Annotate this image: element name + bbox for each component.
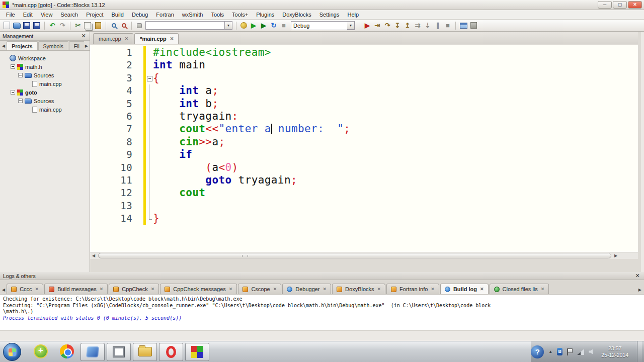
search-input[interactable]: [145, 21, 225, 30]
save-all-icon[interactable]: [32, 21, 41, 30]
code-line[interactable]: 6 tryagain:: [90, 110, 350, 123]
log-tab-build-messages[interactable]: Build messages✕: [44, 284, 108, 294]
antivirus-app-button[interactable]: [34, 344, 49, 359]
code-line[interactable]: 7 cout<<"enter a number: ";: [90, 123, 350, 135]
new-file-icon[interactable]: [2, 21, 11, 30]
fold-collapse-icon[interactable]: [146, 72, 153, 84]
tree-item-goto[interactable]: goto: [0, 88, 90, 97]
minimize-button[interactable]: ─: [598, 1, 612, 9]
menu-item-doxyblocks[interactable]: DoxyBlocks: [278, 11, 315, 19]
tab-close-icon[interactable]: ✕: [541, 287, 545, 292]
next-line-icon[interactable]: ↷: [383, 21, 392, 30]
tab-close-icon[interactable]: ✕: [323, 287, 327, 292]
tab-close-icon[interactable]: ✕: [125, 36, 129, 41]
debug-continue-icon[interactable]: ▶: [363, 21, 372, 30]
network-icon[interactable]: [577, 349, 584, 355]
undo-icon[interactable]: ↶: [48, 21, 57, 30]
log-tab-cppcheck[interactable]: CppCheck✕: [109, 284, 159, 294]
menu-item-edit[interactable]: Edit: [19, 11, 37, 19]
management-tab-fil[interactable]: Fil: [69, 41, 84, 50]
opera-app-button[interactable]: [159, 343, 183, 361]
expander-icon[interactable]: [18, 73, 23, 77]
code-line[interactable]: 11 goto tryagain;: [90, 174, 350, 187]
expander-icon[interactable]: [18, 99, 23, 103]
logs-close-icon[interactable]: ✕: [634, 273, 641, 279]
log-tab-fortran-info[interactable]: Fortran info✕: [386, 284, 439, 294]
step-into-instruction-icon[interactable]: ⇣: [423, 21, 432, 30]
open-file-icon[interactable]: [12, 21, 21, 30]
log-tabs-scroll-left-icon[interactable]: ◀: [1, 288, 7, 294]
build-and-run-icon[interactable]: ▶: [259, 21, 268, 30]
tree-item-sources[interactable]: Sources: [0, 97, 90, 105]
code-line[interactable]: 8 cin>>a;: [90, 136, 350, 148]
code-editor[interactable]: 1#include<iostream>2int main3{4 int a;5 …: [90, 45, 641, 259]
messenger-app-button[interactable]: [80, 343, 105, 361]
menu-item-file[interactable]: File: [2, 11, 19, 19]
paste-icon[interactable]: [94, 21, 103, 30]
explorer-window-app-button[interactable]: [107, 343, 131, 361]
tab-close-icon[interactable]: ✕: [229, 287, 233, 292]
run-to-cursor-icon[interactable]: ⇥: [373, 21, 382, 30]
search-dropdown-arrow[interactable]: ▼: [225, 21, 232, 30]
menu-item-plugins[interactable]: Plugins: [252, 11, 278, 19]
help-icon[interactable]: ?: [531, 345, 544, 358]
cut-icon[interactable]: ✂: [73, 21, 83, 30]
menu-item-fortran[interactable]: Fortran: [152, 11, 178, 19]
code-line[interactable]: 12 cout: [90, 187, 350, 199]
log-tab-cscope[interactable]: Cscope✕: [238, 284, 281, 294]
editor-tab-main.cpp[interactable]: *main.cpp✕: [134, 33, 179, 44]
tab-close-icon[interactable]: ✕: [151, 287, 155, 292]
copy-icon[interactable]: [84, 21, 93, 30]
menu-item-search[interactable]: Search: [56, 11, 82, 19]
menu-item-build[interactable]: Build: [107, 11, 127, 19]
show-desktop-button[interactable]: [637, 341, 642, 362]
save-icon[interactable]: [22, 21, 31, 30]
flag-icon[interactable]: [567, 348, 573, 355]
menu-item-wxsmith[interactable]: wxSmith: [178, 11, 207, 19]
tree-item-main-cpp[interactable]: main.cpp: [0, 79, 90, 88]
next-instruction-icon[interactable]: ⇉: [413, 21, 422, 30]
hidden-icons-chevron[interactable]: ▲: [548, 349, 552, 354]
tree-item-main-cpp[interactable]: main.cpp: [0, 105, 90, 114]
editor-horizontal-scrollbar[interactable]: ◀ ▶: [90, 252, 641, 259]
code-line[interactable]: 5 int b;: [90, 98, 350, 110]
menu-item-tools[interactable]: Tools: [207, 11, 228, 19]
scroll-right-arrow-icon[interactable]: ▶: [612, 252, 619, 259]
debugging-windows-icon[interactable]: [459, 21, 468, 30]
log-tab-debugger[interactable]: Debugger✕: [282, 284, 331, 294]
build-icon[interactable]: [239, 21, 248, 30]
tab-close-icon[interactable]: ✕: [35, 287, 39, 292]
menu-item-help[interactable]: Help: [343, 11, 363, 19]
code-line[interactable]: 14}: [90, 212, 350, 225]
menu-item-settings[interactable]: Settings: [315, 11, 344, 19]
step-out-icon[interactable]: ↥: [403, 21, 412, 30]
code-line[interactable]: 3{: [90, 72, 350, 84]
folder-app-button[interactable]: [133, 343, 157, 361]
various-info-icon[interactable]: [469, 21, 478, 30]
code-line[interactable]: 4 int a;: [90, 84, 350, 97]
run-icon[interactable]: ▶: [249, 21, 258, 30]
log-tab-doxyblocks[interactable]: DoxyBlocks✕: [332, 284, 385, 294]
stop-debugger-icon[interactable]: ■: [443, 21, 452, 30]
management-tab-symbols[interactable]: Symbols: [38, 41, 68, 50]
menu-item-view[interactable]: View: [37, 11, 57, 19]
break-debugger-icon[interactable]: ∥: [433, 21, 442, 30]
log-tabs-scroll-right-icon[interactable]: ▶: [637, 288, 643, 294]
build-target-select[interactable]: Debug ▼: [291, 21, 355, 30]
tab-close-icon[interactable]: ✕: [273, 287, 277, 292]
volume-icon[interactable]: [589, 349, 593, 354]
tab-close-icon[interactable]: ✕: [170, 36, 174, 41]
tabs-scroll-right-icon[interactable]: ▶: [84, 44, 90, 50]
code-line[interactable]: 9 if: [90, 148, 350, 161]
management-tab-projects[interactable]: Projects: [7, 41, 37, 50]
find-icon[interactable]: [109, 21, 118, 30]
abort-icon[interactable]: ■: [279, 21, 288, 30]
log-tab-cccc[interactable]: Cccc✕: [7, 284, 43, 294]
code-line[interactable]: 2int main: [90, 59, 350, 71]
scroll-left-arrow-icon[interactable]: ◀: [90, 252, 97, 259]
rebuild-icon[interactable]: ↻: [269, 21, 278, 30]
editor-tab-main.cpp[interactable]: main.cpp✕: [93, 33, 133, 44]
close-button[interactable]: ✕: [628, 1, 642, 9]
expander-icon[interactable]: [11, 64, 15, 69]
chrome-app-button[interactable]: [60, 344, 75, 359]
